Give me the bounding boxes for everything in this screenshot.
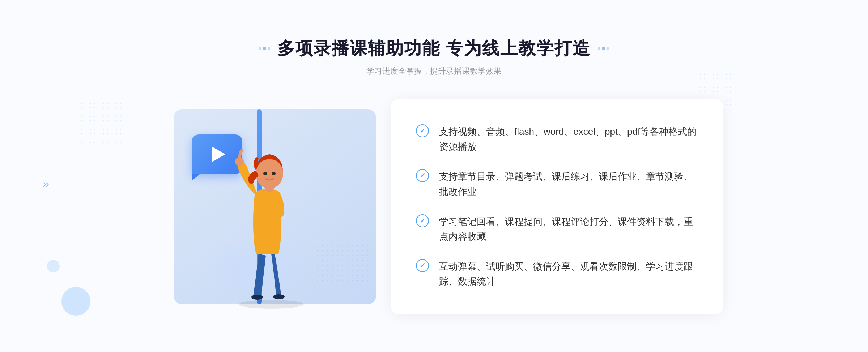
feature-item-4: ✓ 互动弹幕、试听购买、微信分享、观看次数限制、学习进度跟踪、数据统计	[416, 252, 698, 296]
check-mark-2: ✓	[420, 172, 425, 179]
page-wrapper: » 多项录播课辅助功能 专为线上教学打造 学习进度全掌握，提升录播课教学效果	[0, 0, 868, 352]
arrow-decoration-left: »	[43, 177, 49, 190]
svg-point-6	[263, 172, 267, 175]
dot-4	[598, 47, 600, 50]
circle-decoration-left	[61, 287, 90, 316]
feature-item-3: ✓ 学习笔记回看、课程提问、课程评论打分、课件资料下载，重点内容收藏	[416, 207, 698, 252]
svg-point-2	[273, 294, 285, 299]
feature-item-1: ✓ 支持视频、音频、flash、word、excel、ppt、pdf等各种格式的…	[416, 117, 698, 162]
check-mark-3: ✓	[420, 218, 425, 224]
check-mark-4: ✓	[420, 262, 425, 269]
feature-text-4: 互动弹幕、试听购买、微信分享、观看次数限制、学习进度跟踪、数据统计	[439, 259, 698, 289]
image-panel	[145, 98, 391, 315]
header-section: 多项录播课辅助功能 专为线上教学打造 学习进度全掌握，提升录播课教学效果	[259, 37, 608, 77]
feature-text-3: 学习笔记回看、课程提问、课程评论打分、课件资料下载，重点内容收藏	[439, 214, 698, 244]
svg-point-0	[239, 300, 304, 309]
check-mark-1: ✓	[420, 128, 425, 134]
dot-3	[268, 47, 270, 50]
dot-5	[602, 47, 605, 50]
svg-point-7	[272, 172, 276, 175]
circle-decoration-small	[47, 260, 60, 272]
dot-2	[263, 47, 266, 50]
dots-decoration-left	[80, 101, 123, 145]
svg-point-1	[251, 295, 263, 300]
main-content: ✓ 支持视频、音频、flash、word、excel、ppt、pdf等各种格式的…	[145, 98, 723, 315]
title-dots-left	[259, 47, 270, 50]
page-title: 多项录播课辅助功能 专为线上教学打造	[277, 37, 590, 60]
person-illustration	[217, 120, 326, 312]
title-row: 多项录播课辅助功能 专为线上教学打造	[259, 37, 608, 60]
check-circle-2: ✓	[416, 169, 429, 182]
dot-6	[607, 47, 609, 50]
check-circle-4: ✓	[416, 259, 429, 272]
content-panel: ✓ 支持视频、音频、flash、word、excel、ppt、pdf等各种格式的…	[391, 99, 723, 314]
person-svg	[217, 120, 326, 312]
title-dots-right	[598, 47, 609, 50]
page-subtitle: 学习进度全掌握，提升录播课教学效果	[259, 66, 608, 77]
svg-point-3	[235, 157, 244, 166]
check-circle-3: ✓	[416, 214, 429, 227]
feature-text-1: 支持视频、音频、flash、word、excel、ppt、pdf等各种格式的资源…	[439, 124, 698, 154]
feature-text-2: 支持章节目录、弹题考试、课后练习、课后作业、章节测验、批改作业	[439, 169, 698, 199]
feature-item-2: ✓ 支持章节目录、弹题考试、课后练习、课后作业、章节测验、批改作业	[416, 162, 698, 206]
check-circle-1: ✓	[416, 124, 429, 137]
dot-1	[259, 47, 261, 50]
